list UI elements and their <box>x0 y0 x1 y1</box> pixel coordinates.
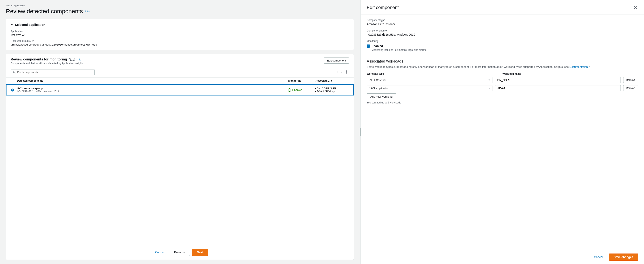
page-title: Review detected components Info <box>6 8 354 15</box>
workload-item-1: • DN_CORE (.NET <box>315 87 348 90</box>
components-subtitle: Components and their workloads detected … <box>11 62 84 65</box>
arn-label: Resource group ARN <box>11 40 349 42</box>
col-components-header: Detected components <box>17 79 288 82</box>
external-link-icon: ↗ <box>588 66 590 68</box>
workload-dropdown-arrow-2: ▼ <box>488 87 490 89</box>
save-changes-button[interactable]: Save changes <box>609 253 638 261</box>
pagination-next-button[interactable]: › <box>339 70 343 75</box>
right-panel-title: Edit component <box>367 5 399 10</box>
right-panel-content: Component type Amazon EC2 instance Compo… <box>361 15 644 250</box>
component-type-label: Component type <box>367 19 638 22</box>
bottom-buttons: Cancel Previous Next <box>6 245 354 259</box>
components-card-header: Review components for monitoring (1/1) I… <box>6 54 354 67</box>
component-instance: i-0a0858a7fd11cd51c: windows 2019 <box>18 90 288 93</box>
component-name-label: Component name <box>367 29 638 32</box>
search-box <box>11 69 94 75</box>
page-subtitle: Add an application <box>6 4 354 7</box>
row-monitoring: ✓ Enabled <box>288 88 315 92</box>
search-input[interactable] <box>17 71 92 74</box>
component-name-value: i-0a0858a7fd11cd51c: windows 2019 <box>367 33 638 36</box>
pagination-number: 1 <box>336 71 338 74</box>
remove-workload-2-button[interactable]: Remove <box>623 85 638 91</box>
row-component-info: EC2 instance group i-0a0858a7fd11cd51c: … <box>18 87 288 93</box>
col-radio-header <box>11 79 17 82</box>
arn-value: arn:aws:resource-groups:us-east-1:856960… <box>11 43 349 46</box>
close-button[interactable]: ✕ <box>633 4 638 11</box>
add-workload-desc: You can add up to 5 workloads <box>367 101 638 104</box>
right-panel-header: Edit component ✕ <box>361 0 644 15</box>
monitoring-checkbox-row: ✓ Enabled <box>367 44 638 48</box>
selected-application-header[interactable]: ▼ Selected application <box>11 23 349 27</box>
table-row[interactable]: EC2 instance group i-0a0858a7fd11cd51c: … <box>6 84 354 96</box>
documentation-link[interactable]: Documentation <box>569 65 588 68</box>
previous-button[interactable]: Previous <box>170 249 190 256</box>
monitoring-status: ✓ Enabled <box>288 88 315 92</box>
workload-entry-1: .NET Core tier ▼ Remove <box>367 77 638 83</box>
associated-workloads-desc: Some workload types support adding only … <box>367 65 638 69</box>
workload-type-value-1: .NET Core tier <box>369 79 386 82</box>
pagination-prev-button[interactable]: ‹ <box>332 70 335 75</box>
col-monitoring-header: Monitoring <box>288 79 316 82</box>
component-type-value: Amazon EC2 instance <box>367 23 638 26</box>
col-associate-header: Associate... ▼ <box>316 79 349 82</box>
info-link-title[interactable]: Info <box>85 10 90 13</box>
svg-line-1 <box>15 73 16 74</box>
row-workloads: • DN_CORE (.NET • JAVA1 (JAVA ap <box>315 87 348 93</box>
search-row: ‹ 1 › <box>6 67 354 78</box>
monitoring-desc: Monitoring includes key metrics, logs, a… <box>372 49 638 51</box>
left-panel: Add an application Review detected compo… <box>0 0 360 264</box>
workload-type-select-1[interactable]: .NET Core tier ▼ <box>367 77 492 83</box>
workload-name-input-1[interactable] <box>495 77 621 83</box>
right-panel-footer: Cancel Save changes <box>361 250 644 264</box>
workload-name-col-header: Workload name <box>502 72 636 75</box>
workload-dropdown-arrow-1: ▼ <box>488 79 490 81</box>
search-icon <box>13 71 16 74</box>
workload-name-input-2[interactable] <box>495 85 621 91</box>
associate-dropdown-icon: ▼ <box>330 79 333 82</box>
table-header: Detected components Monitoring Associate… <box>6 78 354 84</box>
monitoring-section: Monitoring ✓ Enabled Monitoring includes… <box>367 40 638 51</box>
cancel-right-button[interactable]: Cancel <box>590 254 606 260</box>
svg-point-2 <box>346 72 347 72</box>
collapse-arrow-icon: ▼ <box>11 23 13 26</box>
workload-type-col-header: Workload type <box>367 72 500 75</box>
component-type: EC2 instance group <box>18 87 288 90</box>
monitoring-enabled-label: Enabled <box>372 44 383 48</box>
workload-headers: Workload type Workload name <box>367 72 638 75</box>
add-workload-button[interactable]: Add new workload <box>367 93 396 100</box>
app-label: Application <box>11 30 349 33</box>
associated-workloads-title: Associated workloads <box>367 59 638 64</box>
next-button[interactable]: Next <box>192 249 208 256</box>
workload-item-2: • JAVA1 (JAVA ap <box>315 90 348 93</box>
info-link-components[interactable]: Info <box>77 58 81 61</box>
monitoring-checkbox[interactable]: ✓ <box>367 45 370 48</box>
table-body: EC2 instance group i-0a0858a7fd11cd51c: … <box>6 84 354 245</box>
row-radio[interactable] <box>11 89 18 92</box>
section-divider <box>367 56 638 56</box>
components-card: Review components for monitoring (1/1) I… <box>6 54 354 260</box>
remove-workload-1-button[interactable]: Remove <box>623 77 638 83</box>
right-panel: Edit component ✕ Component type Amazon E… <box>360 0 644 264</box>
components-count: (1/1) <box>68 58 75 61</box>
edit-component-button[interactable]: Edit component <box>324 58 349 64</box>
monitoring-label: Monitoring <box>367 40 638 43</box>
pagination: ‹ 1 › <box>332 70 349 75</box>
components-title: Review components for monitoring (1/1) I… <box>11 58 84 61</box>
settings-icon[interactable] <box>344 70 349 75</box>
workload-entry-2: JAVA application ▼ Remove <box>367 85 638 91</box>
check-circle-icon: ✓ <box>288 88 291 92</box>
workload-type-value-2: JAVA application <box>369 87 389 90</box>
workload-type-select-2[interactable]: JAVA application ▼ <box>367 85 492 91</box>
cancel-button[interactable]: Cancel <box>152 249 168 255</box>
app-value: test-MW-W19 <box>11 33 349 37</box>
selected-application-card: ▼ Selected application Application test-… <box>6 19 354 50</box>
